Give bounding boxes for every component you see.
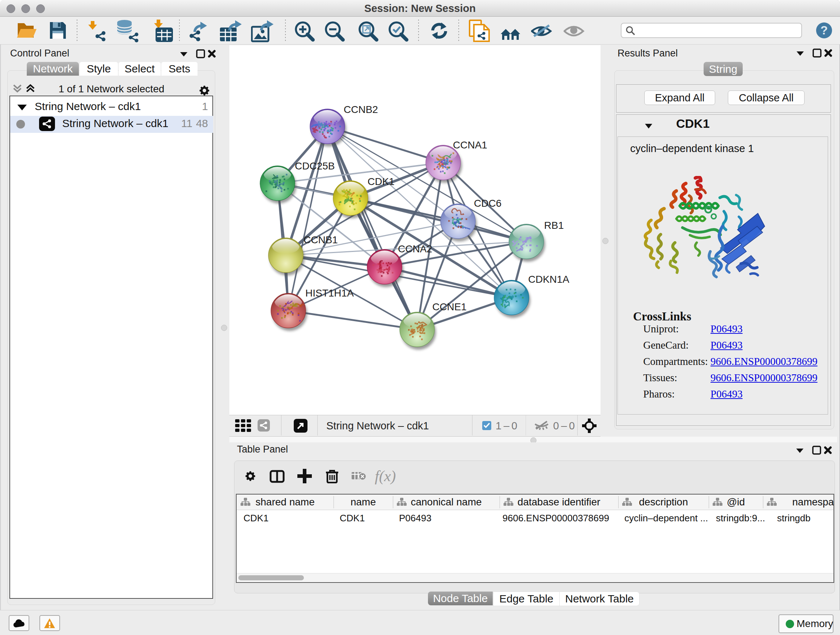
svg-text:CCNB2: CCNB2 <box>344 104 378 115</box>
svg-text:CDC6: CDC6 <box>474 198 501 209</box>
svg-text:CDC25B: CDC25B <box>295 160 335 172</box>
svg-text:CDKN1A: CDKN1A <box>528 274 569 285</box>
svg-text:CCNA2: CCNA2 <box>398 243 432 255</box>
svg-text:CCNB1: CCNB1 <box>303 234 338 245</box>
svg-text:CDK1: CDK1 <box>368 176 395 187</box>
svg-text:CCNE1: CCNE1 <box>432 301 467 312</box>
svg-text:HIST1H1A: HIST1H1A <box>305 287 354 299</box>
svg-text:CCNA1: CCNA1 <box>453 139 487 150</box>
svg-text:RB1: RB1 <box>544 220 564 231</box>
